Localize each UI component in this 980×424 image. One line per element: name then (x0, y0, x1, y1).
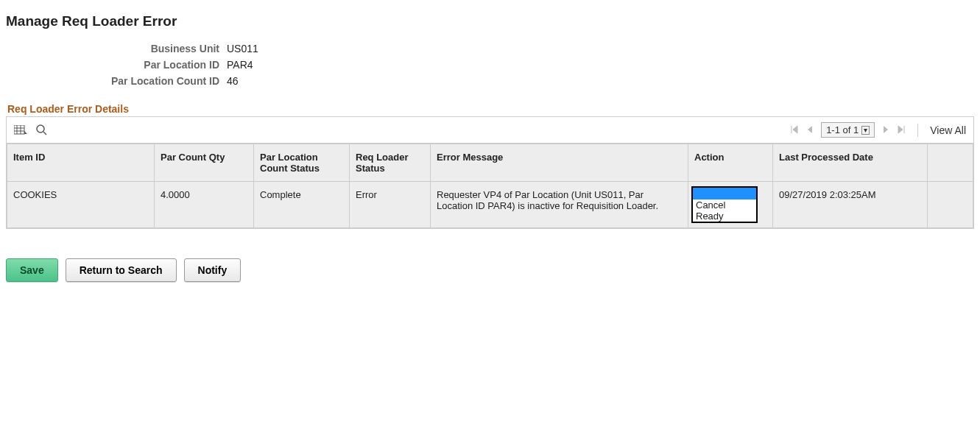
col-par-count-qty[interactable]: Par Count Qty (155, 144, 254, 182)
svg-rect-0 (14, 125, 24, 134)
grid-toolbar: 1-1 of 1 ▾ View All (7, 117, 973, 144)
notify-button[interactable]: Notify (184, 258, 242, 282)
col-action[interactable]: Action (688, 144, 773, 182)
par-location-id-label: Par Location ID (6, 59, 227, 71)
cell-last-processed: 09/27/2019 2:03:25AM (773, 182, 928, 228)
grid-settings-icon[interactable] (14, 125, 27, 135)
col-req-loader-status[interactable]: Req Loader Status (350, 144, 431, 182)
cell-error-message: Requester VP4 of Par Location (Unit US01… (431, 182, 688, 228)
cell-action: Cancel Ready (688, 182, 773, 228)
page-title: Manage Req Loader Error (6, 13, 974, 29)
page-range-text: 1-1 of 1 (826, 124, 859, 135)
page-range-dropdown[interactable]: 1-1 of 1 ▾ (821, 122, 875, 138)
cell-item-id: COOKIES (7, 182, 155, 228)
action-option-ready[interactable]: Ready (693, 211, 756, 222)
button-row: Save Return to Search Notify (6, 258, 974, 282)
svg-point-5 (37, 125, 44, 132)
col-error-message[interactable]: Error Message (431, 144, 688, 182)
cell-req-loader-status: Error (350, 182, 431, 228)
par-location-count-id-label: Par Location Count ID (6, 75, 227, 87)
par-location-id-value: PAR4 (227, 59, 253, 71)
col-item-id[interactable]: Item ID (7, 144, 155, 182)
first-page-icon[interactable] (790, 124, 799, 136)
error-grid: Item ID Par Count Qty Par Location Count… (7, 144, 973, 228)
meta-row-par-location-id: Par Location ID PAR4 (6, 59, 974, 71)
toolbar-right: 1-1 of 1 ▾ View All (790, 122, 966, 138)
last-page-icon[interactable] (897, 124, 906, 136)
next-page-icon[interactable] (882, 124, 889, 136)
svg-line-6 (43, 132, 46, 135)
save-button[interactable]: Save (6, 258, 58, 282)
cell-spacer (928, 182, 973, 228)
cell-par-loc-status: Complete (254, 182, 350, 228)
meta-row-par-location-count-id: Par Location Count ID 46 (6, 75, 974, 87)
toolbar-divider (917, 124, 918, 137)
business-unit-label: Business Unit (6, 43, 227, 54)
toolbar-left (14, 124, 47, 135)
prev-page-icon[interactable] (806, 124, 814, 136)
action-option-blank[interactable] (693, 188, 756, 199)
cell-par-count-qty: 4.0000 (155, 182, 254, 228)
view-all-link[interactable]: View All (930, 124, 966, 136)
col-par-loc-status[interactable]: Par Location Count Status (254, 144, 350, 182)
grid-container: 1-1 of 1 ▾ View All Item ID Par Count Qt… (6, 116, 974, 229)
meta-row-business-unit: Business Unit US011 (6, 43, 974, 54)
chevron-down-icon: ▾ (861, 126, 870, 135)
return-to-search-button[interactable]: Return to Search (66, 258, 177, 282)
business-unit-value: US011 (227, 43, 258, 54)
par-location-count-id-value: 46 (227, 75, 239, 87)
action-option-cancel[interactable]: Cancel (693, 199, 756, 211)
col-spacer (928, 144, 973, 182)
search-icon[interactable] (36, 124, 47, 135)
col-last-processed[interactable]: Last Processed Date (773, 144, 928, 182)
meta-block: Business Unit US011 Par Location ID PAR4… (6, 43, 974, 87)
action-dropdown[interactable]: Cancel Ready (691, 186, 758, 223)
table-row: COOKIES 4.0000 Complete Error Requester … (7, 182, 973, 228)
section-title: Req Loader Error Details (7, 103, 974, 115)
grid-header-row: Item ID Par Count Qty Par Location Count… (7, 144, 973, 182)
